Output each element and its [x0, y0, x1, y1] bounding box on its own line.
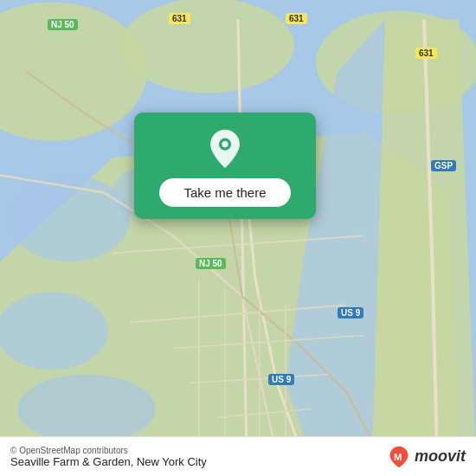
svg-point-21	[222, 141, 228, 147]
road-label-631-right: 631	[286, 13, 307, 24]
svg-point-6	[0, 293, 108, 370]
map-container: NJ 50 631 631 631 GSP NJ 50 US 9 US 9 Ta…	[0, 0, 476, 476]
take-me-there-button[interactable]: Take me there	[159, 178, 290, 207]
road-label-us9-right: US 9	[338, 307, 363, 318]
road-label-631-far-right: 631	[415, 48, 437, 59]
map-svg	[0, 0, 476, 476]
road-label-us9-bottom: US 9	[268, 374, 294, 385]
moovit-icon: M	[387, 445, 411, 469]
road-label-nj50-center: NJ 50	[196, 258, 226, 269]
road-label-631-center: 631	[169, 13, 190, 24]
location-pin-icon	[204, 128, 246, 170]
navigation-popup: Take me there	[134, 113, 316, 219]
svg-marker-8	[372, 20, 476, 457]
osm-attribution: © OpenStreetMap contributors	[10, 446, 207, 455]
location-label: Seaville Farm & Garden, New York City	[10, 455, 207, 468]
svg-point-4	[9, 176, 130, 262]
road-label-nj50-top: NJ 50	[48, 19, 78, 30]
bottom-left-info: © OpenStreetMap contributors Seaville Fa…	[10, 446, 207, 468]
svg-point-1	[121, 0, 294, 93]
bottom-bar: © OpenStreetMap contributors Seaville Fa…	[0, 436, 476, 476]
svg-text:M: M	[394, 451, 402, 461]
svg-point-7	[17, 375, 156, 444]
moovit-logo: M moovit	[387, 445, 466, 469]
moovit-text: moovit	[415, 447, 466, 466]
road-label-gsp: GSP	[431, 160, 456, 171]
